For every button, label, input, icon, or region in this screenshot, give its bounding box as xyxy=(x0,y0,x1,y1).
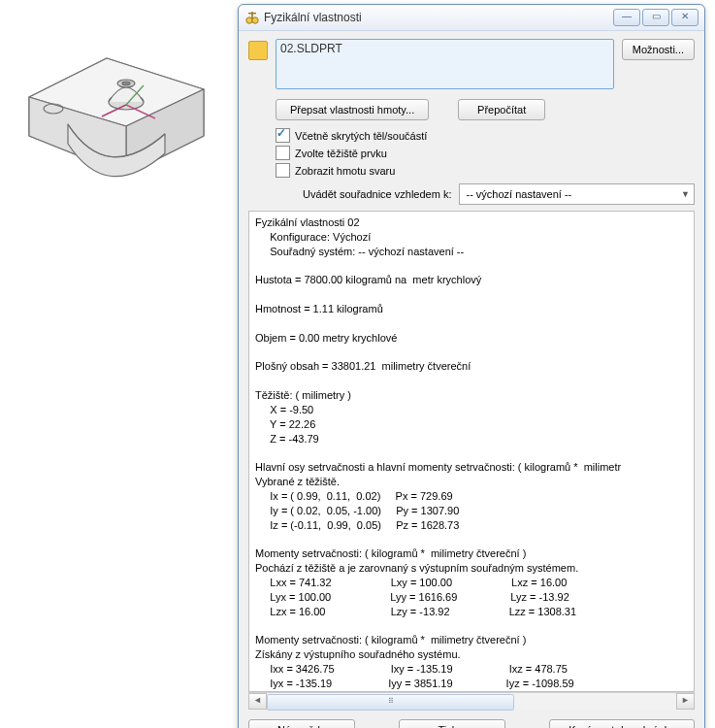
mass-properties-dialog: Fyzikální vlastnosti — ▭ ✕ 02.SLDPRT Mož… xyxy=(238,4,705,728)
scroll-thumb[interactable]: ⠿ xyxy=(267,694,514,711)
minimize-button[interactable]: — xyxy=(613,9,640,26)
results-textbox[interactable]: Fyzikální vlastnosti 02 Konfigurace: Výc… xyxy=(248,211,695,692)
centroid-checkbox[interactable] xyxy=(276,146,290,160)
coord-label: Uvádět souřadnice vzhledem k: xyxy=(303,188,451,200)
window-title: Fyzikální vlastnosti xyxy=(264,11,611,24)
maximize-button[interactable]: ▭ xyxy=(642,9,669,26)
file-field[interactable]: 02.SLDPRT xyxy=(276,39,614,89)
hidden-bodies-label: Včetně skrytých těl/součástí xyxy=(295,130,427,142)
scroll-track[interactable]: ⠿ xyxy=(267,694,676,709)
svg-rect-14 xyxy=(248,13,256,14)
horizontal-scrollbar[interactable]: ◄ ⠿ ► xyxy=(248,692,695,710)
override-mass-button[interactable]: Přepsat vlastnosti hmoty... xyxy=(276,99,429,120)
model-viewport xyxy=(10,29,223,223)
scroll-right-button[interactable]: ► xyxy=(676,693,695,710)
help-button[interactable]: Nápověda xyxy=(248,719,355,728)
svg-point-6 xyxy=(122,82,130,85)
scroll-left-button[interactable]: ◄ xyxy=(248,693,267,710)
centroid-label: Zvolte těžiště prvku xyxy=(295,148,387,159)
weld-mass-checkbox[interactable] xyxy=(276,163,290,178)
recalculate-button[interactable]: Přepočítat xyxy=(458,99,545,120)
app-icon xyxy=(244,10,260,25)
options-button[interactable]: Možnosti... xyxy=(622,39,695,60)
close-button[interactable]: ✕ xyxy=(671,9,699,26)
document-icon xyxy=(248,41,268,60)
chevron-down-icon: ▼ xyxy=(681,189,690,199)
print-button[interactable]: Tisk... xyxy=(399,719,505,728)
coord-system-dropdown[interactable]: -- výchozí nastavení -- ▼ xyxy=(459,183,695,205)
copy-clipboard-button[interactable]: Kopírovat do schránky xyxy=(549,719,695,728)
weld-mass-label: Zobrazit hmotu svaru xyxy=(295,165,395,177)
titlebar[interactable]: Fyzikální vlastnosti — ▭ ✕ xyxy=(239,5,704,31)
part-sketch xyxy=(10,29,223,225)
coord-system-value: -- výchozí nastavení -- xyxy=(466,188,571,200)
hidden-bodies-checkbox[interactable] xyxy=(276,128,290,143)
